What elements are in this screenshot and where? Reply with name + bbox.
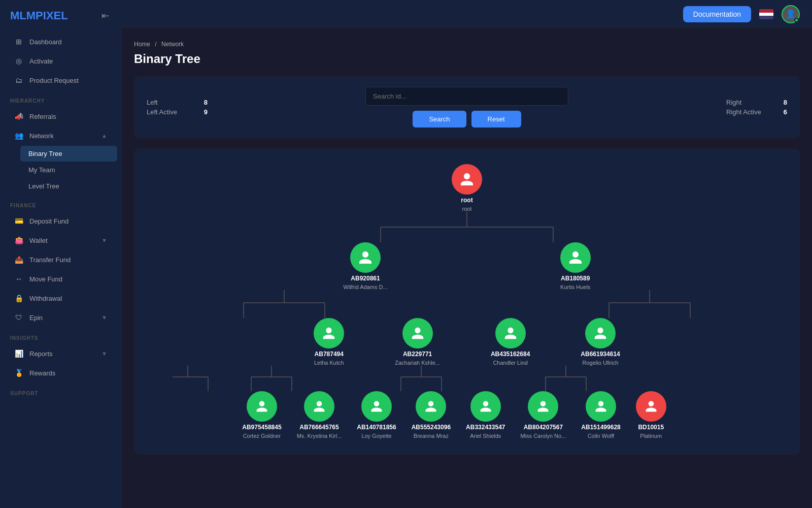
sidebar-collapse-button[interactable]: ⇤	[99, 8, 111, 23]
breadcrumb-home[interactable]: Home	[134, 41, 150, 48]
level2-nodes: AB787494 Letha Kutch AB229771 Zachariah …	[314, 318, 620, 366]
sidebar-item-binary-tree[interactable]: Binary Tree	[20, 146, 117, 162]
node-avatar-ab180589[interactable]	[560, 242, 591, 273]
sidebar-item-label: Network	[29, 132, 95, 140]
tree-node-ab140781856[interactable]: AB140781856 Loy Goyette	[357, 391, 396, 439]
sidebar-item-rewards[interactable]: 🏅 Rewards	[4, 364, 117, 382]
tree-node-root[interactable]: root root	[452, 164, 482, 212]
sidebar-item-label: Deposit Fund	[29, 217, 107, 225]
logo-blue: MLM	[10, 9, 36, 22]
sidebar-item-level-tree[interactable]: Level Tree	[20, 178, 117, 194]
tree-node-ab804207567[interactable]: AB804207567 Miss Carolyn No...	[520, 391, 566, 439]
node-avatar-ab766645765[interactable]	[304, 391, 334, 422]
breadcrumb-separator: /	[155, 41, 156, 48]
sidebar-item-network[interactable]: 👥 Network ▲	[4, 126, 117, 145]
chevron-down-icon: ▼	[101, 351, 107, 357]
node-avatar-ab661934614[interactable]	[585, 318, 616, 348]
reports-icon: 📊	[14, 350, 23, 358]
support-label: SUPPORT	[0, 383, 121, 399]
node-name-ab229771: Zachariah Kshle...	[395, 360, 440, 366]
tree-node-ab151499628[interactable]: AB151499628 Colin Wolff	[581, 391, 620, 439]
node-avatar-ab787494[interactable]	[314, 318, 344, 348]
left-active-value: 9	[204, 108, 208, 116]
tree-node-ab920861[interactable]: AB920861 Wilfrid Adams D...	[343, 242, 387, 290]
node-avatar-ab920861[interactable]	[350, 242, 381, 273]
node-avatar-ab140781856[interactable]	[361, 391, 392, 422]
node-name-ab661934614: Rogelio Ullrich	[583, 360, 619, 366]
sidebar-item-wallet[interactable]: 👛 Wallet ▼	[4, 231, 117, 249]
left-value: 8	[204, 99, 208, 106]
sidebar-item-referrals[interactable]: 📣 Referrals	[4, 107, 117, 125]
node-avatar-bd10015[interactable]	[636, 391, 666, 422]
sidebar-item-transfer-fund[interactable]: 📤 Transfer Fund	[4, 250, 117, 269]
node-avatar-ab555243096[interactable]	[416, 391, 446, 422]
page-title: Binary Tree	[134, 52, 800, 66]
sidebar-item-my-team[interactable]: My Team	[20, 162, 117, 178]
node-code-ab766645765: AB766645765	[299, 424, 339, 431]
node-avatar-ab435162684[interactable]	[495, 318, 526, 348]
connector-l1-l2	[218, 290, 716, 318]
tree-node-ab661934614[interactable]: AB661934614 Rogelio Ullrich	[581, 318, 620, 366]
node-code-ab804207567: AB804207567	[524, 424, 563, 431]
right-label: Right	[726, 99, 741, 106]
node-code-ab555243096: AB555243096	[412, 424, 451, 431]
right-active-label: Right Active	[726, 108, 761, 116]
sidebar-item-withdrawal[interactable]: 🔒 Withdrawal	[4, 289, 117, 307]
sidebar-item-deposit-fund[interactable]: 💳 Deposit Fund	[4, 212, 117, 230]
network-submenu: Binary Tree My Team Level Tree	[16, 145, 121, 195]
node-name-ab180589: Kurtis Huels	[560, 284, 590, 290]
node-name-ab975458845: Cortez Goldner	[243, 433, 281, 439]
search-input[interactable]	[365, 87, 568, 106]
sidebar-item-reports[interactable]: 📊 Reports ▼	[4, 344, 117, 363]
product-request-icon: 🗂	[14, 76, 23, 84]
documentation-button[interactable]: Documentation	[683, 6, 751, 22]
node-name-bd10015: Platinum	[640, 433, 662, 439]
tree-node-ab555243096[interactable]: AB555243096 Breanna Mraz	[412, 391, 451, 439]
connector-l2-l3	[173, 366, 731, 391]
sidebar-item-product-request[interactable]: 🗂 Product Request	[4, 71, 117, 89]
node-code-root: root	[461, 197, 472, 204]
tree-node-ab332433547[interactable]: AB332433547 Ariel Shields	[466, 391, 505, 439]
sidebar-item-label: Rewards	[29, 369, 107, 377]
node-name-ab332433547: Ariel Shields	[470, 433, 501, 439]
node-code-ab975458845: AB975458845	[242, 424, 281, 431]
node-code-ab140781856: AB140781856	[357, 424, 396, 431]
node-avatar-ab229771[interactable]	[402, 318, 433, 348]
sidebar-item-activate[interactable]: ◎ Activate	[4, 52, 117, 70]
tree-node-ab787494[interactable]: AB787494 Letha Kutch	[314, 318, 344, 366]
sidebar-item-dashboard[interactable]: ⊞ Dashboard	[4, 33, 117, 51]
sidebar-item-label: Withdrawal	[29, 295, 107, 302]
node-name-ab804207567: Miss Carolyn No...	[520, 433, 566, 439]
move-fund-icon: ↔	[14, 275, 23, 283]
node-code-ab180589: AB180589	[561, 275, 590, 282]
chevron-down-icon: ▼	[101, 237, 107, 243]
user-avatar[interactable]: 👤	[782, 5, 800, 23]
tree-node-ab180589[interactable]: AB180589 Kurtis Huels	[560, 242, 591, 290]
network-icon: 👥	[14, 132, 23, 140]
right-stat-row: Right 8	[726, 99, 787, 106]
node-code-ab332433547: AB332433547	[466, 424, 505, 431]
sidebar-item-label: My Team	[28, 166, 109, 174]
rewards-icon: 🏅	[14, 369, 23, 377]
node-avatar-ab975458845[interactable]	[247, 391, 277, 422]
node-avatar-ab151499628[interactable]	[586, 391, 616, 422]
language-flag[interactable]	[759, 9, 773, 19]
node-name-ab555243096: Breanna Mraz	[414, 433, 449, 439]
node-avatar-ab332433547[interactable]	[470, 391, 501, 422]
sidebar-item-label: Referrals	[29, 113, 107, 120]
tree-node-ab435162684[interactable]: AB435162684 Chandler Lind	[491, 318, 530, 366]
reset-button[interactable]: Reset	[471, 111, 521, 128]
search-button[interactable]: Search	[413, 111, 466, 128]
node-code-ab661934614: AB661934614	[581, 351, 620, 358]
sidebar-item-label: Reports	[29, 350, 95, 358]
tree-node-ab975458845[interactable]: AB975458845 Cortez Goldner	[242, 391, 281, 439]
tree-node-ab229771[interactable]: AB229771 Zachariah Kshle...	[395, 318, 440, 366]
tree-node-bd10015[interactable]: BD10015 Platinum	[636, 391, 666, 439]
sidebar-item-epin[interactable]: 🛡 Epin ▼	[4, 308, 117, 327]
topbar: Documentation 👤	[122, 0, 812, 28]
tree-node-ab766645765[interactable]: AB766645765 Ms. Krystina Kirl...	[297, 391, 342, 439]
dashboard-icon: ⊞	[14, 38, 23, 46]
sidebar-item-move-fund[interactable]: ↔ Move Fund	[4, 270, 117, 288]
node-avatar-ab804207567[interactable]	[528, 391, 558, 422]
node-avatar-root[interactable]	[452, 164, 482, 195]
